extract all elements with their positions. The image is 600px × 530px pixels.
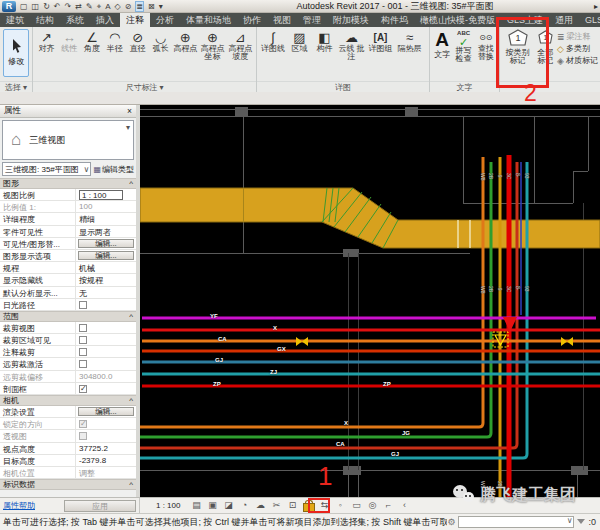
type-selector[interactable]: ⌂ 三维视图 ▾ [2, 120, 134, 160]
visual-style-icon[interactable]: ◪ [222, 499, 234, 512]
sync-icon[interactable]: ↻ [43, 1, 50, 12]
aligned-dim-button[interactable]: ↗对齐 [35, 29, 58, 53]
angular-dim-button[interactable]: ∠角度 [81, 29, 104, 53]
section-icon[interactable]: ⊘ [125, 1, 132, 12]
spot-slope-button[interactable]: ⊿高程点 坡度 [226, 29, 254, 61]
detail-panel-label[interactable]: 详图 [257, 81, 429, 92]
edit-type-button[interactable]: ▦ 编辑类型 [93, 164, 134, 175]
revision-cloud-button[interactable]: ☁云线 批注 [337, 29, 366, 61]
tab-component-dock[interactable]: 构件坞 [375, 13, 414, 27]
shadows-icon[interactable]: ☁ [254, 499, 266, 512]
detail-level-icon[interactable]: ▣ [206, 499, 218, 512]
show-crop-icon[interactable]: ⊡ [286, 499, 298, 512]
tab-gls-hvac[interactable]: GLS风 [579, 13, 600, 27]
tab-structure[interactable]: 结构 [30, 13, 60, 27]
text-panel-label[interactable]: 文字 [430, 81, 499, 92]
region-button[interactable]: ▨区域 [287, 29, 312, 53]
close-hidden-windows-icon[interactable]: ⊠ [148, 1, 155, 12]
save-icon[interactable]: ◫ [32, 1, 40, 12]
eye-elevation-value[interactable]: 37725.2 [76, 443, 136, 454]
component-button[interactable]: ◧构件 [312, 29, 337, 53]
measure-icon[interactable]: ⇄ [75, 1, 82, 12]
target-elevation-value[interactable]: -2379.8 [76, 455, 136, 466]
valve-icon[interactable] [296, 337, 308, 346]
annotation-crop-checkbox[interactable] [79, 348, 87, 356]
analytical-model-icon[interactable]: ◎ [366, 499, 378, 512]
spot-elevation-button[interactable]: ⊕高程点 [172, 29, 199, 53]
perspective-checkbox[interactable] [79, 432, 87, 440]
parts-visibility-value[interactable]: 显示两者 [76, 226, 136, 237]
drawing-area[interactable]: YF X CA GX GJ ZJ ZP ZP X JG CA GJ W8 2B … [140, 105, 600, 497]
multi-category-button[interactable]: ◇多类别 [557, 43, 598, 54]
qat-customize-icon[interactable]: ▾ [159, 1, 163, 12]
tab-manage[interactable]: 管理 [297, 13, 327, 27]
hidden-lines-value[interactable]: 按规程 [76, 274, 136, 285]
tab-addins[interactable]: 附加模块 [327, 13, 375, 27]
overflow-arrow-icon[interactable]: ▸ [594, 2, 598, 11]
tab-architecture[interactable]: 建筑 [0, 13, 30, 27]
section-camera[interactable]: 相机^ [0, 395, 136, 406]
tab-systems[interactable]: 系统 [60, 13, 90, 27]
tag-icon[interactable]: ⌖ [97, 1, 102, 12]
linear-dim-button[interactable]: ↔线性 [58, 29, 81, 53]
locked-orientation-checkbox[interactable] [79, 420, 87, 428]
tab-general[interactable]: 通用 [549, 13, 579, 27]
open-icon[interactable]: ▢ [20, 1, 28, 12]
default-3d-view-icon[interactable]: ◇ [115, 1, 121, 12]
insulation-button[interactable]: ≈隔热层 [395, 29, 424, 53]
section-box-checkbox[interactable] [79, 385, 87, 393]
thin-lines-icon[interactable]: ≣ [135, 1, 144, 12]
close-icon[interactable]: × [127, 106, 132, 116]
render-settings-edit-button[interactable]: 编辑... [78, 407, 134, 416]
diameter-dim-button[interactable]: ⊘直径 [126, 29, 149, 53]
instance-selector[interactable]: 三维视图: 35#平面图 ∨ [2, 162, 91, 176]
redo-icon[interactable]: ↷ [65, 1, 72, 12]
tab-analyze[interactable]: 分析 [150, 13, 180, 27]
collapse-icon[interactable]: ^ [129, 179, 133, 188]
collapse-icon[interactable]: ^ [129, 480, 133, 489]
spelling-button[interactable]: ABC ✓ 拼写 检查 [452, 29, 474, 63]
section-identity-data[interactable]: 标识数据^ [0, 479, 136, 490]
tab-collaborate[interactable]: 协作 [237, 13, 267, 27]
far-clip-checkbox[interactable] [79, 360, 87, 368]
scale-icon[interactable]: ▤ [190, 499, 202, 512]
constraints-icon[interactable]: ⌐ [382, 499, 394, 512]
tab-glsmod[interactable]: 橄榄山快模-免费版 [414, 13, 501, 27]
detail-group-button[interactable]: [A]详图组 [366, 29, 395, 53]
modify-button[interactable]: 修改 [3, 29, 29, 77]
duct[interactable] [140, 188, 600, 248]
properties-help-link[interactable]: 属性帮助 [3, 500, 35, 511]
gear-icon[interactable]: ⚙ [447, 517, 455, 527]
sun-path-checkbox[interactable] [79, 301, 87, 309]
chevron-left-icon[interactable]: ‹ [398, 499, 410, 512]
sun-path-icon[interactable]: ◔ [238, 499, 250, 512]
apply-button[interactable]: 应用 [64, 500, 136, 512]
design-option-select[interactable]: ∨ [458, 516, 574, 528]
text-icon[interactable]: A [105, 1, 110, 12]
valve-icon[interactable] [561, 337, 573, 346]
tab-annotate[interactable]: 注释 [120, 13, 150, 27]
crop-view-icon[interactable]: ✂ [270, 499, 282, 512]
temporary-view-properties-icon[interactable]: ▭ [350, 499, 362, 512]
filter-icon[interactable] [577, 519, 585, 524]
spot-coordinate-button[interactable]: ⊕高程点 坐标 [199, 29, 227, 61]
select-panel-label[interactable]: 选择 ▾ [0, 81, 32, 92]
tab-insert[interactable]: 插入 [90, 13, 120, 27]
graphic-display-edit-button[interactable]: 编辑... [78, 251, 134, 260]
section-graphics[interactable]: 图形^ [0, 178, 136, 189]
find-replace-button[interactable]: ⊙⊙ 查找 替换 [475, 29, 497, 61]
dimension-panel-label[interactable]: 尺寸标注 ▾ [33, 81, 256, 92]
crop-view-checkbox[interactable] [79, 324, 87, 332]
text-button[interactable]: A 文字 [432, 29, 452, 59]
collapse-icon[interactable]: ^ [129, 396, 133, 405]
discipline-value[interactable]: 机械 [76, 262, 136, 273]
collapse-icon[interactable]: ^ [129, 312, 133, 321]
material-tag-button[interactable]: ◈材质标记 [557, 55, 598, 66]
detail-level-value[interactable]: 精细 [76, 213, 136, 224]
analysis-display-value[interactable]: 无 [76, 287, 136, 298]
tab-massing-site[interactable]: 体量和场地 [180, 13, 237, 27]
section-extents[interactable]: 范围^ [0, 311, 136, 322]
vg-edit-button[interactable]: 编辑... [78, 239, 134, 248]
tab-view[interactable]: 视图 [267, 13, 297, 27]
undo-icon[interactable]: ↶ [54, 1, 61, 12]
